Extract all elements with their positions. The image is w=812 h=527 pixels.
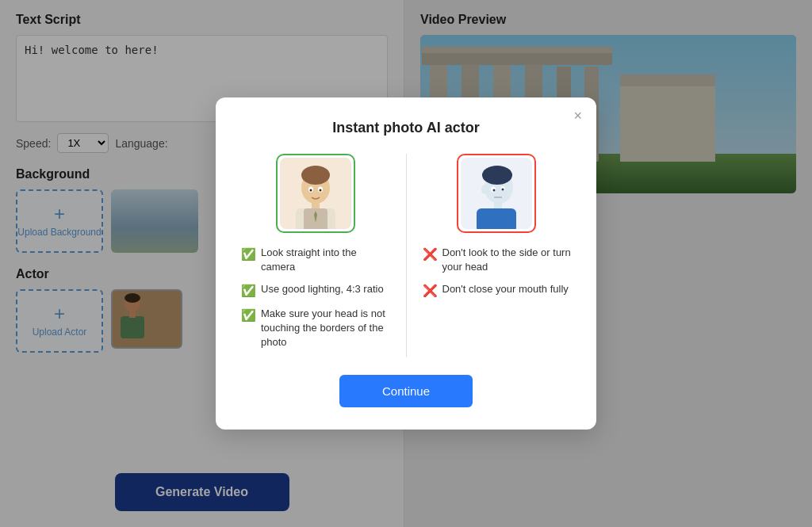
modal-dialog: Instant photo AI actor × [216, 97, 596, 430]
continue-button[interactable]: Continue [339, 375, 473, 407]
svg-point-37 [481, 185, 488, 194]
svg-point-26 [319, 189, 321, 191]
bad-item-1: ❌ Don't look to the side or turn your he… [423, 246, 572, 274]
bad-text-2: Don't close your mouth fully [442, 282, 569, 296]
check-icon-2: ✅ [241, 282, 256, 299]
check-item-2: ✅ Use good lighting, 4:3 ratio [241, 282, 390, 299]
modal-left: ✅ Look straight into the camera ✅ Use go… [241, 154, 407, 358]
check-text-3: Make sure your head is not touching the … [261, 307, 390, 350]
check-item-3: ✅ Make sure your head is not touching th… [241, 307, 390, 350]
check-icon-3: ✅ [241, 307, 256, 323]
cross-icon-2: ❌ [423, 282, 438, 299]
svg-point-29 [482, 166, 512, 185]
bad-text-1: Don't look to the side or turn your head [442, 246, 572, 274]
cross-icon-1: ❌ [423, 246, 438, 262]
modal-right: ❌ Don't look to the side or turn your he… [407, 154, 572, 358]
svg-point-18 [301, 166, 330, 185]
modal-content: ✅ Look straight into the camera ✅ Use go… [241, 154, 571, 358]
svg-rect-31 [477, 208, 516, 229]
svg-point-25 [309, 189, 312, 191]
check-item-1: ✅ Look straight into the camera [241, 246, 390, 274]
svg-point-34 [493, 189, 496, 191]
good-avatar-svg [280, 158, 351, 229]
modal-overlay: Instant photo AI actor × [0, 0, 812, 527]
check-text-2: Use good lighting, 4:3 ratio [261, 282, 384, 296]
bad-item-2: ❌ Don't close your mouth fully [423, 282, 572, 299]
modal-close-button[interactable]: × [573, 109, 582, 123]
check-text-1: Look straight into the camera [261, 246, 390, 274]
good-photo-example [276, 154, 355, 233]
bad-avatar-svg [461, 158, 532, 229]
continue-btn-wrap: Continue [241, 375, 571, 407]
svg-point-35 [502, 188, 504, 190]
bad-photo-example [457, 154, 536, 233]
modal-title: Instant photo AI actor [241, 120, 571, 136]
check-icon-1: ✅ [241, 246, 256, 262]
